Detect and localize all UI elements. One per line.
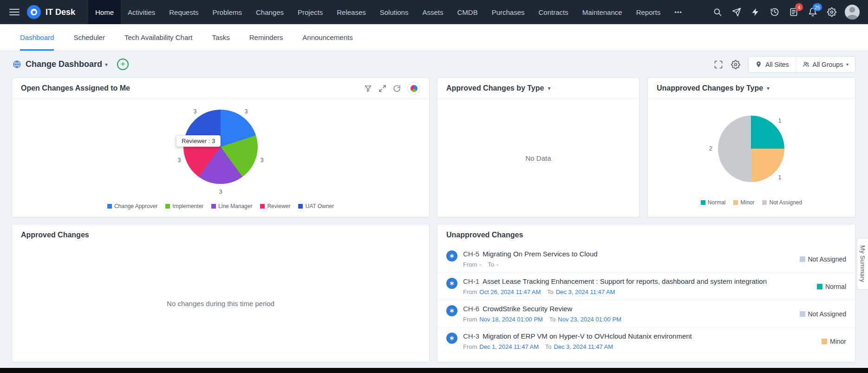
approvals-icon[interactable]: 4 bbox=[788, 6, 800, 18]
change-title-link[interactable]: Asset Lease Tracking Enhancement : Suppo… bbox=[483, 277, 767, 285]
chevron-down-icon[interactable] bbox=[767, 85, 770, 92]
unapproved-changes-list: CH-5Migrating On Prem Services to Cloud … bbox=[437, 245, 855, 354]
pie-chart-area: 1 1 2 bbox=[677, 104, 826, 196]
all-sites-button[interactable]: All Sites bbox=[749, 57, 796, 72]
hamburger-menu-icon[interactable] bbox=[9, 9, 20, 15]
change-dates: FromDec 1, 2024 11:47 AM ToDec 3, 2024 1… bbox=[463, 343, 692, 350]
nav-item-problems[interactable]: Problems bbox=[206, 0, 249, 24]
chart-tooltip: Reviewer : 3 bbox=[176, 135, 221, 147]
app-logo-icon bbox=[27, 5, 41, 19]
card-unapproved-changes: Unapproved Changes CH-5Migrating On Prem… bbox=[437, 224, 855, 362]
tab-tech-availability-chart[interactable]: Tech Availability Chart bbox=[124, 24, 192, 51]
tab-dashboard[interactable]: Dashboard bbox=[20, 24, 54, 51]
change-icon bbox=[446, 278, 457, 289]
change-title-link[interactable]: Migrating On Prem Services to Cloud bbox=[483, 250, 598, 258]
legend-item-change-approver[interactable]: Change Approver bbox=[107, 203, 157, 209]
change-id: CH-1 bbox=[463, 277, 479, 285]
dashboard-toolbar-right: All Sites All Groups bbox=[714, 56, 855, 73]
refresh-icon[interactable] bbox=[393, 85, 401, 92]
open-changes-pie-chart[interactable] bbox=[183, 110, 258, 184]
my-summary-tab[interactable]: My Summary bbox=[857, 238, 868, 290]
nav-item-purchases[interactable]: Purchases bbox=[485, 0, 532, 24]
quick-actions-icon[interactable] bbox=[750, 6, 762, 18]
nav-item-requests[interactable]: Requests bbox=[162, 0, 205, 24]
module-tabs: Dashboard Scheduler Tech Availability Ch… bbox=[0, 24, 868, 51]
change-title-link[interactable]: CrowdStrike Security Review bbox=[483, 305, 572, 313]
nav-item-maintenance[interactable]: Maintenance bbox=[575, 0, 629, 24]
nav-item-changes[interactable]: Changes bbox=[249, 0, 291, 24]
location-icon bbox=[755, 61, 762, 68]
pie-data-label: 3 bbox=[178, 157, 181, 164]
chart-type-icon[interactable] bbox=[407, 82, 420, 95]
change-list-item[interactable]: CH-6CrowdStrike Security Review FromNov … bbox=[437, 300, 855, 327]
nav-item-projects[interactable]: Projects bbox=[291, 0, 330, 24]
pie-data-label: 3 bbox=[261, 157, 264, 164]
nav-item-activities[interactable]: Activities bbox=[121, 0, 162, 24]
change-id: CH-5 bbox=[463, 250, 479, 258]
pie-chart-area: 3 3 3 3 3 Reviewer : 3 bbox=[146, 101, 295, 200]
tab-announcements[interactable]: Announcements bbox=[302, 24, 352, 51]
nav-more-button[interactable]: ••• bbox=[667, 0, 689, 24]
card-title: Unapproved Changes by Type bbox=[657, 84, 763, 92]
chart-legend: Normal Minor Not Assigned bbox=[648, 199, 855, 206]
card-unapproved-changes-by-type: Unapproved Changes by Type 1 1 2 Normal … bbox=[647, 78, 855, 217]
all-sites-label: All Sites bbox=[765, 61, 789, 68]
nav-item-home[interactable]: Home bbox=[88, 0, 121, 24]
legend-item-line-manager[interactable]: Line Manager bbox=[211, 203, 252, 209]
legend-item-reviewer[interactable]: Reviewer bbox=[260, 203, 290, 209]
change-dates: FromNov 18, 2024 01:00 PM ToNov 23, 2024… bbox=[463, 316, 621, 323]
change-id: CH-3 bbox=[463, 332, 479, 340]
nav-item-solutions[interactable]: Solutions bbox=[373, 0, 416, 24]
search-icon[interactable] bbox=[711, 6, 724, 18]
history-icon[interactable] bbox=[769, 6, 781, 18]
no-changes-text: No changes during this time period bbox=[12, 245, 429, 362]
chevron-down-icon[interactable] bbox=[105, 61, 108, 68]
notifications-icon[interactable]: 25 bbox=[807, 6, 819, 18]
user-avatar[interactable] bbox=[845, 5, 860, 20]
no-data-text: No Data bbox=[437, 99, 639, 217]
pie-data-label: 2 bbox=[709, 145, 712, 152]
dashboard-selector[interactable]: Change Dashboard bbox=[26, 59, 102, 69]
card-approved-changes-by-type: Approved Changes by Type No Data bbox=[437, 78, 640, 217]
whats-new-icon[interactable] bbox=[731, 6, 743, 18]
nav-item-assets[interactable]: Assets bbox=[415, 0, 450, 24]
change-list-item[interactable]: CH-3Migration of ERP VM on Hyper-V to OV… bbox=[437, 327, 855, 354]
legend-item-minor[interactable]: Minor bbox=[733, 199, 754, 206]
change-list-item[interactable]: CH-1Asset Lease Tracking Enhancement : S… bbox=[437, 273, 855, 300]
expand-icon[interactable] bbox=[379, 85, 386, 92]
unapproved-type-pie-chart[interactable] bbox=[718, 116, 784, 182]
change-list-item[interactable]: CH-5Migrating On Prem Services to Cloud … bbox=[437, 245, 855, 273]
nav-item-cmdb[interactable]: CMDB bbox=[450, 0, 484, 24]
change-id: CH-6 bbox=[463, 305, 479, 313]
nav-item-releases[interactable]: Releases bbox=[330, 0, 373, 24]
app-title: IT Desk bbox=[46, 7, 75, 17]
legend-item-not-assigned[interactable]: Not Assigned bbox=[762, 199, 802, 206]
legend-item-uat-owner[interactable]: UAT Owner bbox=[298, 203, 334, 209]
legend-item-implementer[interactable]: Implementer bbox=[165, 203, 203, 209]
change-dates: From- To- bbox=[463, 261, 598, 268]
change-type-badge: Normal bbox=[810, 283, 846, 290]
settings-icon[interactable] bbox=[826, 6, 838, 18]
globe-icon bbox=[13, 60, 21, 69]
all-groups-label: All Groups bbox=[813, 61, 843, 68]
change-icon bbox=[446, 333, 457, 344]
chevron-down-icon bbox=[846, 62, 848, 67]
nav-item-reports[interactable]: Reports bbox=[629, 0, 668, 24]
tab-reminders[interactable]: Reminders bbox=[249, 24, 283, 51]
nav-item-contracts[interactable]: Contracts bbox=[532, 0, 575, 24]
change-title-link[interactable]: Migration of ERP VM on Hyper-V to OVHclo… bbox=[483, 332, 692, 340]
dashboard-settings-icon[interactable] bbox=[731, 60, 740, 69]
fullscreen-icon[interactable] bbox=[714, 60, 723, 69]
change-icon bbox=[446, 250, 457, 262]
tab-scheduler[interactable]: Scheduler bbox=[73, 24, 105, 51]
card-title: Unapproved Changes bbox=[446, 231, 523, 239]
legend-item-normal[interactable]: Normal bbox=[701, 199, 726, 206]
change-type-badge: Minor bbox=[815, 338, 846, 345]
chart-legend: Change Approver Implementer Line Manager… bbox=[12, 203, 429, 209]
period-filter-icon[interactable] bbox=[364, 85, 372, 92]
tab-tasks[interactable]: Tasks bbox=[212, 24, 229, 51]
add-dashboard-button[interactable] bbox=[117, 59, 129, 70]
topbar: IT Desk Home Activities Requests Problem… bbox=[0, 0, 868, 24]
all-groups-button[interactable]: All Groups bbox=[796, 57, 855, 72]
chevron-down-icon[interactable] bbox=[548, 85, 550, 92]
